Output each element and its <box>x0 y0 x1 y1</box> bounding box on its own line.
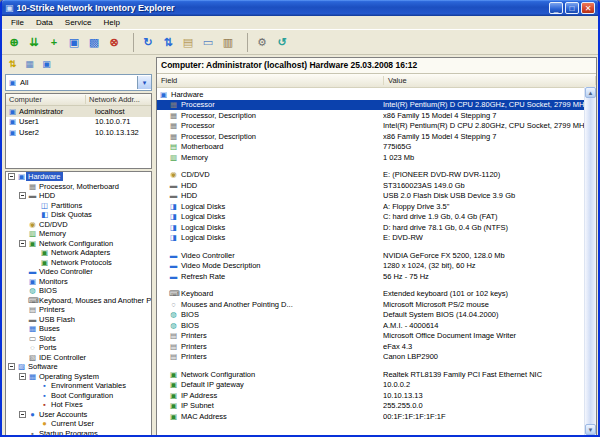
table-row[interactable]: CD/DVD E: (PIONEER DVD-RW DVR-1120) <box>157 170 584 181</box>
table-row[interactable]: IP Address 10.10.13.13 <box>157 390 584 401</box>
table-row[interactable]: Processor, Description x86 Family 15 Mod… <box>157 131 584 142</box>
tree-item[interactable]: Software <box>6 362 151 372</box>
expander-icon[interactable] <box>19 287 26 294</box>
import-computer-icon[interactable] <box>24 33 44 52</box>
table-row[interactable]: HDD ST3160023AS 149.0 Gb <box>157 180 584 191</box>
tree-item[interactable]: User Accounts <box>6 410 151 420</box>
expander-icon[interactable] <box>19 344 26 351</box>
list-view-icon[interactable] <box>22 57 37 72</box>
tree-item[interactable]: Current User <box>6 419 151 429</box>
report-icon[interactable] <box>178 33 198 52</box>
tree-item[interactable]: Printers <box>6 305 151 315</box>
table-row[interactable]: Logical Disks A: Floppy Drive 3.5" <box>157 201 584 212</box>
tree-item[interactable]: Buses <box>6 324 151 334</box>
tree-item[interactable]: Memory <box>6 229 151 239</box>
tree-item[interactable]: Operating System <box>6 372 151 382</box>
tree-item[interactable]: Hardware <box>6 172 151 182</box>
table-row[interactable]: Processor Intel(R) Pentium(R) D CPU 2.80… <box>157 121 584 132</box>
expander-icon[interactable] <box>8 173 15 180</box>
group-filter-select[interactable]: All ▾ <box>5 74 152 91</box>
table-row[interactable]: Video Mode Description 1280 x 1024, (32 … <box>157 261 584 272</box>
tree-item[interactable]: Partitions <box>6 201 151 211</box>
table-row[interactable] <box>157 163 584 170</box>
minimize-button[interactable]: _ <box>549 2 563 14</box>
table-row[interactable]: Processor, Description x86 Family 15 Mod… <box>157 110 584 121</box>
close-button[interactable]: ✕ <box>581 2 595 14</box>
table-row[interactable]: HDD USB 2.0 Flash Disk USB Device 3.9 Gb <box>157 191 584 202</box>
table-row[interactable]: Printers eFax 4.3 <box>157 341 584 352</box>
expander-icon[interactable] <box>31 382 38 389</box>
view-window-icon[interactable] <box>198 33 218 52</box>
expander-icon[interactable] <box>31 202 38 209</box>
computer-row[interactable]: User2 10.10.13.132 <box>6 127 151 138</box>
table-row[interactable]: Video Controller NVIDIA GeForce FX 5200,… <box>157 250 584 261</box>
tree-item[interactable]: BIOS <box>6 286 151 296</box>
table-row[interactable]: Memory 1 023 Mb <box>157 152 584 163</box>
sort-icon[interactable] <box>5 57 20 72</box>
expander-icon[interactable] <box>19 354 26 361</box>
tree-item[interactable]: Network Protocols <box>6 258 151 268</box>
tree-item[interactable]: HDD <box>6 191 151 201</box>
tree-item[interactable]: Network Adapters <box>6 248 151 258</box>
computer-view-icon[interactable] <box>64 33 84 52</box>
expander-icon[interactable] <box>19 268 26 275</box>
menu-item[interactable]: File <box>5 18 30 27</box>
expander-icon[interactable] <box>19 192 26 199</box>
poll-computers-icon[interactable] <box>158 33 178 52</box>
columns-icon[interactable] <box>218 33 238 52</box>
computer-row[interactable]: User1 10.10.0.71 <box>6 117 151 128</box>
table-row[interactable]: BIOS Default System BIOS (14.04.2000) <box>157 310 584 321</box>
expander-icon[interactable] <box>19 430 26 435</box>
table-row[interactable]: Logical Disks C: hard drive 1.9 Gb, 0.4 … <box>157 212 584 223</box>
table-row[interactable]: MAC Address 00:1F:1F:1F:1F:1F <box>157 411 584 422</box>
tree-item[interactable]: Monitors <box>6 277 151 287</box>
expander-icon[interactable] <box>19 278 26 285</box>
table-row[interactable] <box>157 243 584 250</box>
tree-item[interactable]: Slots <box>6 334 151 344</box>
tree-item[interactable]: IDE Controller <box>6 353 151 363</box>
table-row[interactable]: Hardware <box>157 89 584 100</box>
table-row[interactable]: Default IP gateway 10.0.0.2 <box>157 380 584 391</box>
tree-item[interactable]: Boot Configuration <box>6 391 151 401</box>
maximize-button[interactable]: □ <box>565 2 579 14</box>
expander-icon[interactable] <box>19 373 26 380</box>
expander-icon[interactable] <box>19 335 26 342</box>
expander-icon[interactable] <box>19 297 26 304</box>
tree-item[interactable]: Video Controller <box>6 267 151 277</box>
settings-icon[interactable] <box>247 33 272 52</box>
expander-icon[interactable] <box>31 211 38 218</box>
expander-icon[interactable] <box>19 306 26 313</box>
tree-item[interactable]: Processor, Motherboard <box>6 182 151 192</box>
table-row[interactable]: Logical Disks E: DVD-RW <box>157 233 584 244</box>
expander-icon[interactable] <box>31 420 38 427</box>
expander-icon[interactable] <box>19 221 26 228</box>
tree-item[interactable]: USB Flash <box>6 315 151 325</box>
column-computer[interactable]: Computer <box>6 95 86 104</box>
title-bar[interactable]: 10-Strike Network Inventory Explorer _ □… <box>2 0 598 16</box>
expander-icon[interactable] <box>8 363 15 370</box>
tree-item[interactable]: Hot Fixes <box>6 400 151 410</box>
chevron-down-icon[interactable]: ▾ <box>137 76 151 89</box>
computer-row[interactable]: Administrator localhost <box>6 106 151 117</box>
tree-item[interactable]: Environment Variables <box>6 381 151 391</box>
vertical-scrollbar[interactable]: ▲ ▼ <box>584 87 596 435</box>
scroll-up-icon[interactable]: ▲ <box>585 87 596 98</box>
remove-computer-icon[interactable] <box>104 33 124 52</box>
table-row[interactable] <box>157 282 584 289</box>
tree-item[interactable]: CD/DVD <box>6 220 151 230</box>
column-value[interactable]: Value <box>384 76 596 85</box>
table-row[interactable]: Network Configuration Realtek RTL8139 Fa… <box>157 369 584 380</box>
column-field[interactable]: Field <box>157 76 384 85</box>
expander-icon[interactable] <box>19 183 26 190</box>
expander-icon[interactable] <box>31 259 38 266</box>
table-row[interactable]: Printers Canon LBP2900 <box>157 352 584 363</box>
expander-icon[interactable] <box>31 401 38 408</box>
tree-item[interactable]: Disk Quotas <box>6 210 151 220</box>
table-row[interactable]: Processor Intel(R) Pentium(R) D CPU 2.80… <box>157 100 584 111</box>
table-row[interactable]: IP Subnet 255.255.0.0 <box>157 401 584 412</box>
table-row[interactable]: BIOS A.M.I. - 4000614 <box>157 320 584 331</box>
expander-icon[interactable] <box>31 392 38 399</box>
expander-icon[interactable] <box>19 240 26 247</box>
expander-icon[interactable] <box>31 249 38 256</box>
column-network-address[interactable]: Network Addr... <box>86 95 151 104</box>
